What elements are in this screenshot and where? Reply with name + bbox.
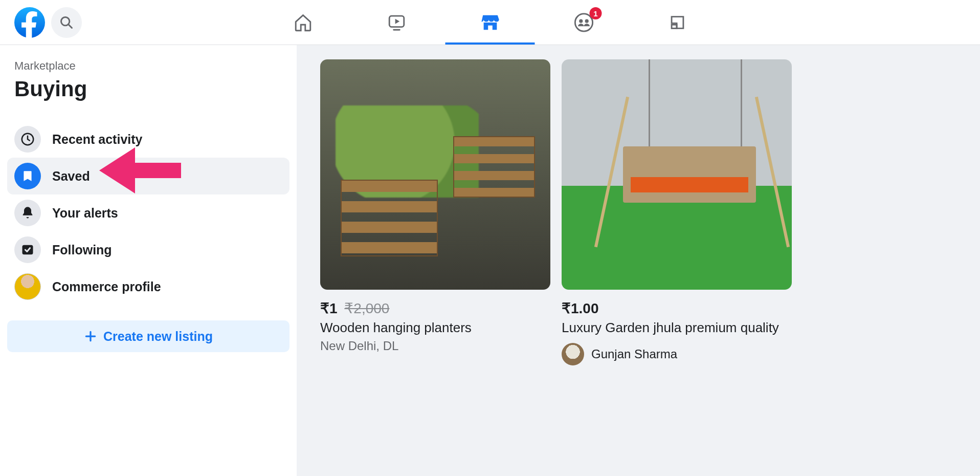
create-button-label: Create new listing: [103, 329, 213, 344]
sidebar-item-label: Following: [52, 243, 112, 257]
svg-line-1: [69, 24, 72, 28]
gaming-icon: [667, 12, 687, 33]
seller-avatar-icon: [562, 343, 584, 365]
bell-icon: [14, 200, 41, 226]
sidebar-item-commerce-profile[interactable]: Commerce profile: [7, 268, 289, 305]
price-row: ₹1.00: [562, 300, 792, 317]
listing-title: Luxury Garden jhula premium quality: [562, 320, 792, 336]
listing-image: [562, 59, 792, 290]
header-left: [14, 7, 82, 38]
facebook-logo[interactable]: [14, 7, 45, 38]
sidebar-item-following[interactable]: Following: [7, 231, 289, 268]
sidebar-item-recent-activity[interactable]: Recent activity: [7, 121, 289, 158]
marketplace-icon: [480, 12, 500, 33]
following-icon: [14, 236, 41, 263]
seller-row[interactable]: Gunjan Sharma: [562, 343, 792, 365]
sidebar-item-label: Commerce profile: [52, 279, 161, 294]
listing-card[interactable]: ₹1 ₹2,000 Wooden hanging planters New De…: [320, 59, 550, 476]
tab-groups[interactable]: 1: [539, 0, 629, 45]
listing-old-price: ₹2,000: [344, 300, 389, 316]
home-icon: [293, 12, 313, 33]
breadcrumb[interactable]: Marketplace: [7, 59, 289, 73]
svg-point-5: [579, 19, 583, 23]
listing-price: ₹1: [320, 300, 338, 316]
listings-area: ₹1 ₹2,000 Wooden hanging planters New De…: [297, 45, 980, 476]
sidebar-item-saved[interactable]: Saved: [7, 158, 289, 194]
tab-gaming[interactable]: [633, 0, 722, 45]
page-title: Buying: [7, 77, 289, 101]
svg-point-6: [585, 19, 588, 23]
sidebar-item-your-alerts[interactable]: Your alerts: [7, 194, 289, 231]
create-new-listing-button[interactable]: Create new listing: [7, 320, 289, 352]
sidebar-item-label: Recent activity: [52, 132, 142, 147]
seller-name: Gunjan Sharma: [591, 347, 677, 361]
plus-icon: [84, 330, 97, 343]
listing-title: Wooden hanging planters: [320, 320, 550, 336]
price-row: ₹1 ₹2,000: [320, 300, 550, 317]
sidebar-item-label: Saved: [52, 169, 90, 184]
listing-image: [320, 59, 550, 290]
header-tabs: 1: [258, 0, 722, 45]
clock-icon: [14, 126, 41, 153]
watch-icon: [386, 12, 407, 33]
tab-home[interactable]: [258, 0, 348, 45]
tab-watch[interactable]: [352, 0, 441, 45]
listing-location: New Delhi, DL: [320, 339, 550, 353]
saved-icon: [14, 163, 41, 189]
tab-marketplace[interactable]: [446, 0, 535, 45]
top-header: 1: [0, 0, 980, 45]
notifications-badge: 1: [590, 7, 602, 19]
listing-price: ₹1.00: [562, 300, 599, 316]
search-icon: [59, 15, 74, 30]
svg-rect-7: [672, 25, 677, 28]
sidebar-item-label: Your alerts: [52, 206, 118, 221]
profile-avatar-icon: [14, 273, 41, 300]
search-button[interactable]: [51, 7, 82, 38]
sidebar: Marketplace Buying Recent activity Saved…: [0, 45, 297, 476]
listing-card[interactable]: ₹1.00 Luxury Garden jhula premium qualit…: [562, 59, 792, 476]
